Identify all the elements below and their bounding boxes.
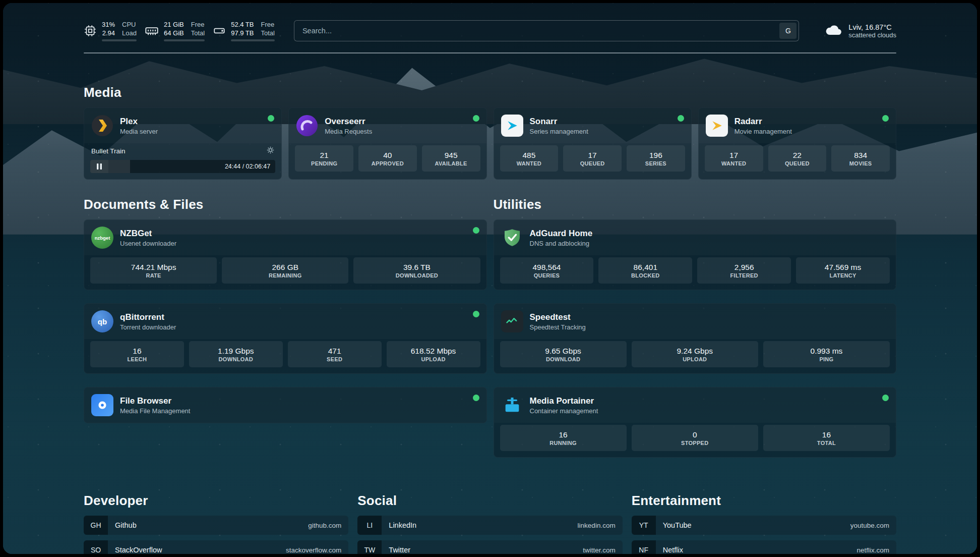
stat-tile: 40 APPROVED — [358, 145, 417, 172]
cpu-label: CPU — [122, 20, 137, 29]
playback-progress-bar: 24:44 / 02:06:47 — [90, 160, 275, 173]
bookmark-url: netflix.com — [856, 546, 896, 554]
stat-tile: 16 RUNNING — [500, 425, 627, 451]
app-subtitle: Speedtest Tracking — [530, 323, 586, 331]
status-dot — [473, 395, 479, 401]
app-subtitle: Usenet downloader — [120, 240, 176, 247]
stat-tile: 47.569 ms LATENCY — [796, 257, 890, 284]
status-dot — [678, 115, 684, 122]
stat-tile: 266 GB REMAINING — [222, 257, 348, 284]
bookmark-name: LinkedIn — [382, 521, 577, 529]
stat-label: RUNNING — [549, 440, 576, 446]
plex-card[interactable]: Plex Media server Bullet Train — [84, 107, 282, 180]
bookmark-github[interactable]: GH Github github.com — [84, 516, 348, 535]
adguard-card[interactable]: AdGuard Home DNS and adblocking 498,564 … — [494, 219, 897, 290]
stat-tile: 9.24 Gbps UPLOAD — [632, 341, 758, 367]
memory-icon — [145, 24, 159, 38]
stat-value: 17 — [588, 151, 597, 160]
search-input[interactable] — [296, 27, 779, 35]
disk-total: 97.9 TB — [231, 29, 254, 37]
section-title-utilities: Utilities — [494, 197, 897, 212]
stat-value: 22 — [793, 151, 802, 160]
filebrowser-card[interactable]: File Browser Media File Management — [84, 387, 487, 423]
header-divider — [84, 52, 896, 53]
bookmark-stackoverflow[interactable]: SO StackOverflow stackoverflow.com — [84, 540, 348, 554]
section-title-entertainment: Entertainment — [632, 493, 896, 509]
disk-total-label: Total — [261, 29, 274, 37]
portainer-card[interactable]: Media Portainer Container management 16 … — [494, 387, 897, 458]
app-name: Sonarr — [530, 117, 588, 127]
stat-tile: 17 QUEUED — [563, 145, 622, 172]
nzbget-card[interactable]: nzbget NZBGet Usenet downloader 744.21 M… — [84, 219, 487, 290]
status-dot — [882, 115, 889, 122]
adguard-icon — [501, 227, 523, 249]
disk-bar — [231, 39, 275, 41]
cpu-load-label: Load — [122, 29, 137, 37]
status-dot — [473, 311, 479, 317]
qbittorrent-icon: qb — [91, 310, 113, 332]
stat-tile: 196 SERIES — [627, 145, 685, 172]
speedtest-card[interactable]: Speedtest Speedtest Tracking 9.65 Gbps D… — [494, 303, 897, 374]
stat-label: REMAINING — [269, 272, 302, 278]
gear-icon[interactable] — [267, 146, 274, 156]
stat-tile: 1.19 Gbps DOWNLOAD — [189, 341, 283, 367]
radarr-card[interactable]: Radarr Movie management 17 WANTED 22 QUE… — [698, 107, 896, 180]
cpu-icon — [84, 24, 97, 37]
app-subtitle: Media File Management — [120, 407, 190, 415]
stat-label: PENDING — [311, 160, 337, 166]
status-dot — [473, 115, 479, 122]
app-subtitle: Torrent downloader — [120, 323, 176, 331]
bookmark-abbr: TW — [357, 540, 382, 554]
stat-value: 1.19 Gbps — [218, 347, 254, 356]
weather-condition: scattered clouds — [848, 31, 896, 39]
stat-tile: 16 TOTAL — [763, 425, 890, 451]
bookmark-name: Github — [108, 521, 308, 529]
stat-label: QUEUED — [580, 160, 605, 166]
bookmark-url: stackoverflow.com — [286, 546, 348, 554]
stat-label: WANTED — [517, 160, 541, 166]
stat-tile: 86,401 BLOCKED — [598, 257, 692, 284]
top-bar: 31% CPU 2.94 Load 21 — [84, 20, 896, 41]
overseerr-card[interactable]: Overseerr Media Requests 21 PENDING 40 A… — [288, 107, 486, 180]
app-name: Media Portainer — [530, 396, 598, 406]
app-subtitle: DNS and adblocking — [530, 240, 593, 247]
qbittorrent-card[interactable]: qb qBittorrent Torrent downloader 16 LEE… — [84, 303, 487, 374]
stat-value: 485 — [522, 151, 535, 160]
bookmark-netflix[interactable]: NF Netflix netflix.com — [632, 540, 896, 554]
stat-label: AVAILABLE — [435, 160, 467, 166]
stat-label: DOWNLOAD — [219, 356, 253, 362]
plex-icon — [91, 115, 113, 137]
stat-label: LEECH — [128, 356, 147, 362]
search-engine-button[interactable]: G — [779, 23, 797, 39]
search-bar: G — [294, 20, 799, 41]
radarr-icon — [706, 115, 728, 137]
app-subtitle: Movie management — [734, 128, 792, 135]
cpu-widget: 31% CPU 2.94 Load — [84, 20, 137, 41]
bookmark-twitter[interactable]: TW Twitter twitter.com — [357, 540, 622, 554]
stat-tile: 618.52 Mbps UPLOAD — [387, 341, 480, 367]
stat-label: UPLOAD — [683, 356, 707, 362]
weather-location: Lviv, 16.87°C — [848, 23, 896, 31]
now-playing-title: Bullet Train — [91, 147, 126, 155]
stat-label: SEED — [327, 356, 342, 362]
disk-free: 52.4 TB — [231, 20, 254, 29]
stat-value: 17 — [729, 151, 738, 160]
section-title-documents: Documents & Files — [84, 197, 487, 212]
bookmark-linkedin[interactable]: LI LinkedIn linkedin.com — [357, 516, 622, 535]
overseerr-icon — [296, 115, 318, 137]
stat-value: 0.993 ms — [811, 347, 843, 356]
pause-button[interactable] — [90, 160, 108, 173]
stat-value: 618.52 Mbps — [411, 347, 456, 356]
cpu-load: 2.94 — [102, 29, 115, 37]
cpu-percent: 31% — [102, 20, 115, 29]
stat-value: 266 GB — [272, 263, 298, 272]
stat-tile: 2,956 FILTERED — [697, 257, 791, 284]
bookmark-youtube[interactable]: YT YouTube youtube.com — [632, 516, 896, 535]
sonarr-card[interactable]: Sonarr Series management 485 WANTED 17 Q… — [494, 107, 692, 180]
progress-track — [108, 160, 220, 173]
stat-label: MOVIES — [849, 160, 872, 166]
stat-value: 498,564 — [532, 263, 561, 272]
filebrowser-icon — [91, 394, 113, 416]
app-subtitle: Media Requests — [325, 128, 372, 135]
stat-tile: 485 WANTED — [500, 145, 559, 172]
